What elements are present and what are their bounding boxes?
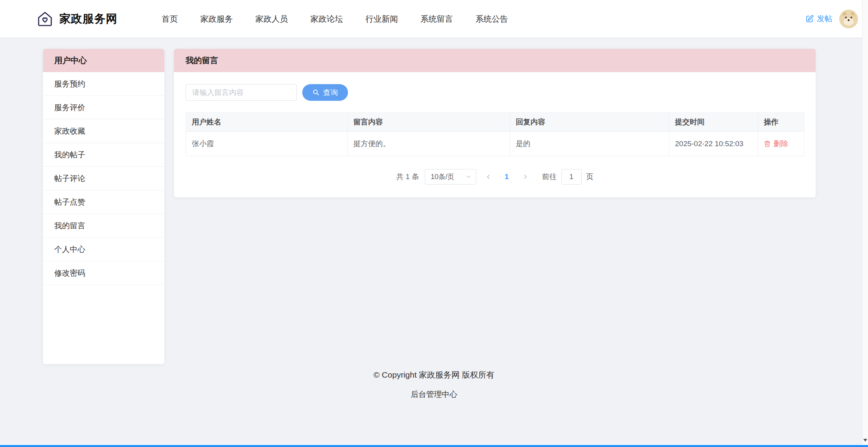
cell-user-name: 张小霞 [186,132,348,156]
sidebar-item-change-password[interactable]: 修改密码 [43,261,164,285]
avatar-image [839,10,858,28]
scroll-down-arrow-icon[interactable] [863,439,867,442]
nav-item-staff[interactable]: 家政人员 [255,14,288,24]
horizontal-scrollbar[interactable] [0,445,868,447]
nav-item-announcements[interactable]: 系统公告 [475,14,508,24]
messages-table: 用户姓名 留言内容 回复内容 提交时间 操作 张小霞 挺方便的。 是的 2025 [186,112,804,156]
col-header-message: 留言内容 [348,113,510,132]
user-center-sidebar: 用户中心 服务预约 服务评价 家政收藏 我的帖子 帖子评论 帖子点赞 我的留言 … [43,49,164,364]
page-footer: © Copyright 家政服务网 版权所有 后台管理中心 [0,369,868,400]
sidebar-item-service-review[interactable]: 服务评价 [43,96,164,119]
col-header-user-name: 用户姓名 [186,113,348,132]
sidebar-item-my-posts[interactable]: 我的帖子 [43,143,164,167]
page-unit-label: 页 [586,172,594,182]
house-heart-logo-icon [36,10,54,28]
delete-label: 删除 [773,139,788,149]
search-icon [312,89,320,96]
panel-body: 查询 用户姓名 留言内容 回复内容 提交时间 操作 [174,72,816,185]
page-size-select[interactable]: 10条/页 [425,169,476,185]
chevron-down-icon [465,174,472,180]
search-row: 查询 [186,84,804,101]
page-number-1[interactable]: 1 [500,169,513,185]
next-page-button[interactable] [519,169,532,185]
cell-message: 挺方便的。 [348,132,510,156]
new-post-label: 发帖 [817,14,832,24]
user-avatar[interactable] [839,10,858,28]
pagination: 共 1 条 10条/页 1 [186,169,804,185]
content-area: 用户中心 服务预约 服务评价 家政收藏 我的帖子 帖子评论 帖子点赞 我的留言 … [0,38,868,447]
search-input[interactable] [186,84,297,101]
nav-item-home[interactable]: 首页 [162,14,178,24]
goto-page-input[interactable] [561,169,582,185]
vertical-scrollbar[interactable] [862,0,868,445]
chevron-right-icon [522,173,529,180]
pagination-total: 共 1 条 [396,172,419,182]
brand[interactable]: 家政服务网 [36,10,117,28]
sidebar-item-post-likes[interactable]: 帖子点赞 [43,190,164,214]
col-header-actions: 操作 [758,113,804,132]
brand-title: 家政服务网 [59,11,117,27]
delete-button[interactable]: 删除 [764,139,788,149]
top-navbar: 家政服务网 首页 家政服务 家政人员 家政论坛 行业新闻 系统留言 系统公告 发… [0,0,868,38]
nav-item-news[interactable]: 行业新闻 [365,14,398,24]
sidebar-title: 用户中心 [43,49,164,72]
cell-time: 2025-02-22 10:52:03 [669,132,758,156]
main-nav: 首页 家政服务 家政人员 家政论坛 行业新闻 系统留言 系统公告 [162,14,508,24]
new-post-link[interactable]: 发帖 [805,14,832,24]
page-size-value: 10条/页 [431,172,455,181]
col-header-time: 提交时间 [669,113,758,132]
nav-item-forum[interactable]: 家政论坛 [310,14,343,24]
prev-page-button[interactable] [482,169,495,185]
nav-item-services[interactable]: 家政服务 [200,14,233,24]
goto-label: 前往 [542,172,557,182]
sidebar-item-favorites[interactable]: 家政收藏 [43,119,164,143]
search-button-label: 查询 [323,88,338,98]
sidebar-item-my-messages[interactable]: 我的留言 [43,214,164,238]
cell-actions: 删除 [758,132,804,156]
copyright-text: © Copyright 家政服务网 版权所有 [0,369,868,380]
panel-title: 我的留言 [174,49,816,72]
admin-center-link[interactable]: 后台管理中心 [411,389,457,400]
sidebar-menu: 服务预约 服务评价 家政收藏 我的帖子 帖子评论 帖子点赞 我的留言 个人中心 … [43,72,164,285]
sidebar-item-service-booking[interactable]: 服务预约 [43,72,164,96]
cell-reply: 是的 [510,132,669,156]
navbar-right: 发帖 [805,10,858,28]
chevron-left-icon [485,173,492,180]
sidebar-item-profile[interactable]: 个人中心 [43,238,164,261]
sidebar-item-post-comments[interactable]: 帖子评论 [43,167,164,190]
nav-item-system-messages[interactable]: 系统留言 [420,14,453,24]
edit-icon [805,15,814,23]
col-header-reply: 回复内容 [510,113,669,132]
my-messages-panel: 我的留言 查询 [174,49,816,197]
trash-icon [764,140,771,147]
table-header-row: 用户姓名 留言内容 回复内容 提交时间 操作 [186,113,804,132]
table-row: 张小霞 挺方便的。 是的 2025-02-22 10:52:03 [186,132,804,156]
page: 家政服务网 首页 家政服务 家政人员 家政论坛 行业新闻 系统留言 系统公告 发… [0,0,868,38]
goto-page: 前往 页 [542,169,594,185]
search-button[interactable]: 查询 [302,84,348,101]
